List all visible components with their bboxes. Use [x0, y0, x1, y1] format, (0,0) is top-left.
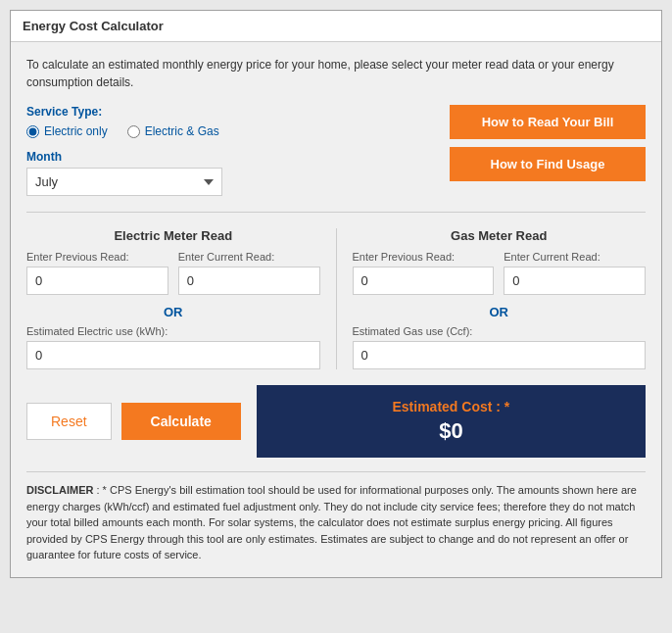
electric-est-label: Estimated Electric use (kWh):: [26, 325, 320, 337]
electric-prev-read-input[interactable]: [26, 267, 168, 295]
electric-prev-read-label: Enter Previous Read:: [26, 251, 168, 263]
estimated-cost-value: $0: [276, 418, 626, 444]
estimated-cost-box: Estimated Cost : * $0: [257, 385, 646, 458]
radio-electric-only-input[interactable]: [26, 125, 39, 138]
electric-reads-row: Enter Previous Read: Enter Current Read:: [26, 251, 320, 295]
page-title: Energy Cost Calculator: [23, 19, 164, 33]
electric-curr-read-group: Enter Current Read:: [178, 251, 320, 295]
electric-curr-read-label: Enter Current Read:: [178, 251, 320, 263]
radio-electric-gas[interactable]: Electric & Gas: [127, 124, 219, 138]
bottom-row: Reset Calculate Estimated Cost : * $0: [26, 385, 646, 458]
title-bar: Energy Cost Calculator: [11, 11, 661, 42]
how-to-read-bill-button[interactable]: How to Read Your Bill: [450, 105, 646, 139]
gas-meter-section: Gas Meter Read Enter Previous Read: Ente…: [345, 228, 647, 369]
disclaimer-text: : * CPS Energy's bill estimation tool sh…: [26, 484, 637, 560]
gas-prev-read-input[interactable]: [353, 267, 495, 295]
electric-prev-read-group: Enter Previous Read:: [26, 251, 168, 295]
buttons-group: Reset Calculate: [26, 403, 241, 440]
service-row: Service Type: Electric only Electric & G…: [26, 105, 646, 196]
electric-or-label: OR: [26, 305, 320, 319]
calculate-button[interactable]: Calculate: [121, 403, 241, 440]
gas-reads-row: Enter Previous Read: Enter Current Read:: [353, 251, 647, 295]
electric-meter-title: Electric Meter Read: [26, 228, 320, 243]
gas-or-label: OR: [353, 305, 647, 319]
radio-electric-only[interactable]: Electric only: [26, 124, 108, 138]
gas-est-input[interactable]: [353, 341, 647, 369]
gas-prev-read-label: Enter Previous Read:: [353, 251, 495, 263]
meters-row: Electric Meter Read Enter Previous Read:…: [26, 228, 646, 369]
estimated-cost-title: Estimated Cost : *: [276, 399, 626, 414]
electric-curr-read-input[interactable]: [178, 267, 320, 295]
gas-meter-title: Gas Meter Read: [353, 228, 647, 243]
service-left: Service Type: Electric only Electric & G…: [26, 105, 430, 196]
radio-group: Electric only Electric & Gas: [26, 124, 430, 138]
gas-prev-read-group: Enter Previous Read:: [353, 251, 495, 295]
calculator-container: Energy Cost Calculator To calculate an e…: [10, 10, 662, 578]
radio-electric-only-label: Electric only: [44, 124, 108, 138]
disclaimer: DISCLAIMER : * CPS Energy's bill estimat…: [26, 471, 646, 563]
how-to-find-usage-button[interactable]: How to Find Usage: [450, 147, 646, 181]
service-type-label: Service Type:: [26, 105, 430, 119]
estimated-cost-asterisk: *: [504, 399, 509, 414]
gas-curr-read-label: Enter Current Read:: [504, 251, 646, 263]
service-right: How to Read Your Bill How to Find Usage: [450, 105, 646, 181]
section-divider: [26, 212, 646, 213]
disclaimer-label: DISCLAIMER: [26, 484, 93, 496]
intro-text: To calculate an estimated monthly energy…: [26, 56, 646, 91]
estimated-cost-label: Estimated Cost :: [393, 399, 501, 414]
reset-button[interactable]: Reset: [26, 403, 112, 440]
month-label: Month: [26, 150, 430, 164]
gas-curr-read-input[interactable]: [504, 267, 646, 295]
electric-est-input[interactable]: [26, 341, 320, 369]
gas-est-label: Estimated Gas use (Ccf):: [353, 325, 647, 337]
meter-divider: [336, 228, 337, 369]
radio-electric-gas-input[interactable]: [127, 125, 140, 138]
month-select[interactable]: January February March April May June Ju…: [26, 168, 222, 196]
radio-electric-gas-label: Electric & Gas: [145, 124, 219, 138]
electric-meter-section: Electric Meter Read Enter Previous Read:…: [26, 228, 328, 369]
gas-curr-read-group: Enter Current Read:: [504, 251, 646, 295]
